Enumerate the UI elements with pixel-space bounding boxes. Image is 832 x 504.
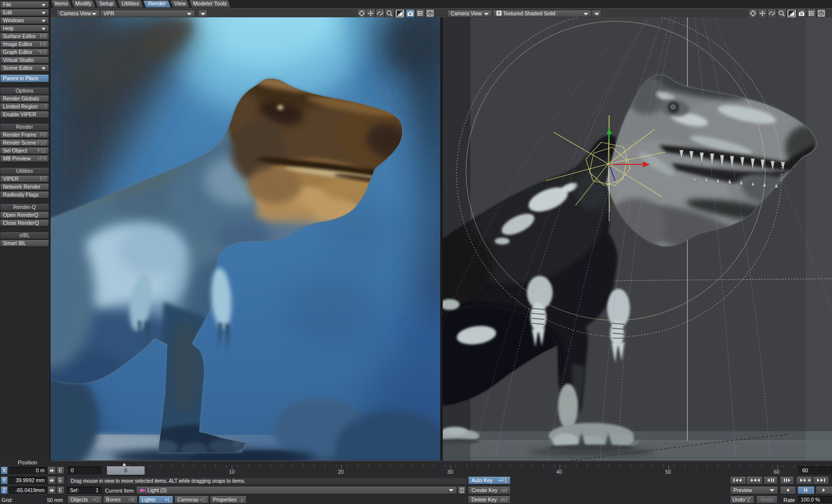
svg-text:T: T <box>498 11 501 16</box>
